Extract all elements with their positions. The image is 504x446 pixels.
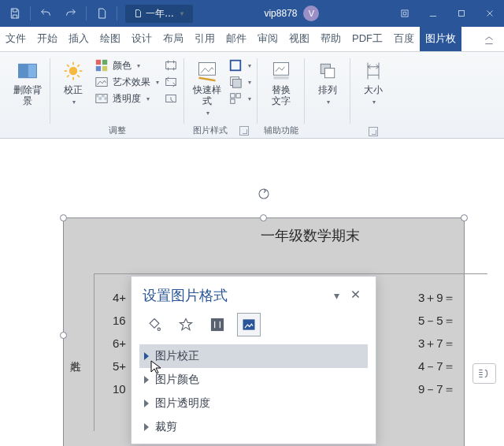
svg-rect-28 [325, 69, 335, 78]
math-left-column: 4+ 16 6+ 5+ 10 [113, 286, 126, 400]
pane-item-crop[interactable]: 裁剪 [139, 415, 368, 439]
document-tab[interactable]: 一年… ▼ [125, 5, 193, 23]
compress-pictures-button[interactable] [164, 58, 178, 72]
layout-options-button[interactable] [472, 363, 496, 384]
close-button[interactable] [476, 0, 504, 27]
pane-close-button[interactable] [346, 289, 365, 302]
tab-draw[interactable]: 绘图 [94, 26, 126, 51]
expand-icon [144, 376, 149, 384]
pane-tab-fill[interactable] [143, 313, 166, 336]
dialog-launcher-icon[interactable] [239, 126, 249, 136]
tab-mailings[interactable]: 邮件 [220, 26, 252, 51]
tab-baidu[interactable]: 百度 [388, 26, 420, 51]
document-name: 一年… [146, 7, 174, 20]
corrections-button[interactable]: 校正▾ [57, 58, 90, 107]
remove-background-button[interactable]: 删除背景 [11, 58, 44, 107]
change-picture-button[interactable] [164, 75, 178, 89]
picture-border-button[interactable]: ▾ [228, 58, 251, 72]
pane-tab-layout[interactable] [206, 313, 229, 336]
cursor-icon [150, 359, 162, 378]
maximize-button[interactable] [447, 0, 476, 27]
minimize-button[interactable] [419, 0, 447, 27]
tab-view[interactable]: 视图 [284, 26, 315, 51]
ribbon-group-accessibility: 替换文字 辅助功能 [258, 55, 305, 138]
tab-insert[interactable]: 插入 [63, 26, 94, 51]
ribbon-group-arrange: 排列▾ [305, 55, 350, 138]
user-avatar[interactable]: V [303, 6, 319, 21]
picture-effects-button[interactable]: ▾ [228, 75, 251, 89]
new-doc-button[interactable] [90, 2, 113, 24]
tab-layout[interactable]: 布局 [158, 26, 189, 51]
math-right-column: 3＋9＝ 5－5＝ 3＋7＝ 4－7＝ 9－7＝ [418, 286, 455, 400]
svg-rect-0 [402, 10, 408, 17]
svg-rect-31 [212, 319, 224, 331]
svg-rect-6 [102, 60, 107, 65]
quick-styles-button[interactable]: 快速样式▾ [191, 58, 224, 117]
tab-design[interactable]: 设计 [126, 26, 158, 51]
svg-rect-8 [102, 66, 107, 71]
resize-handle[interactable] [60, 332, 67, 339]
tab-references[interactable]: 引用 [189, 26, 220, 51]
tab-home[interactable]: 开始 [32, 26, 63, 51]
alt-text-button[interactable]: 替换文字 [265, 58, 298, 107]
format-picture-pane: 设置图片格式 ▾ 图片校正 图片颜色 图片透明度 裁剪 [131, 276, 376, 444]
svg-rect-12 [102, 95, 105, 98]
resize-handle[interactable] [60, 214, 67, 221]
transparency-button[interactable]: 透明度▾ [94, 91, 159, 106]
svg-rect-15 [166, 62, 176, 69]
expand-icon [144, 400, 149, 407]
save-button[interactable] [3, 2, 27, 24]
username-label: vip8878 [264, 8, 297, 19]
resize-handle[interactable] [260, 214, 267, 221]
pane-title: 设置图片格式 [143, 286, 327, 305]
svg-rect-19 [231, 61, 241, 71]
svg-point-29 [259, 189, 269, 199]
svg-point-4 [69, 67, 78, 76]
artistic-effects-button[interactable]: 艺术效果▾ [94, 75, 159, 89]
collapse-ribbon-button[interactable] [477, 29, 501, 51]
svg-rect-23 [236, 94, 240, 98]
redo-button[interactable] [59, 2, 83, 24]
expand-icon [144, 352, 149, 360]
picture-layout-button[interactable]: ▾ [228, 91, 251, 106]
ribbon: 删除背景 校正▾ 颜色▾ 艺术效果▾ 透明度▾ [0, 52, 504, 139]
tab-pdf[interactable]: PDF工 [346, 26, 388, 51]
ribbon-group-picture-styles: 快速样式▾ ▾ ▾ ▾ 图片样式 [184, 55, 258, 138]
ribbon-options-button[interactable] [391, 0, 419, 27]
worksheet-title: 一年级数学期末 [261, 226, 360, 245]
svg-rect-3 [19, 64, 28, 78]
tab-file[interactable]: 文件 [0, 26, 32, 51]
svg-rect-13 [98, 97, 102, 100]
quick-access-toolbar: 一年… ▼ [0, 2, 193, 24]
arrange-button[interactable]: 排列▾ [311, 58, 344, 107]
tab-review[interactable]: 审阅 [252, 26, 284, 51]
color-button[interactable]: 颜色▾ [94, 58, 159, 72]
pane-tab-effects[interactable] [174, 313, 198, 336]
pane-section-list: 图片校正 图片颜色 图片透明度 裁剪 [132, 344, 376, 439]
ribbon-group-adjust: 校正▾ 颜色▾ 艺术效果▾ 透明度▾ [50, 55, 184, 138]
svg-rect-24 [231, 99, 235, 103]
svg-rect-26 [273, 76, 288, 80]
pane-item-color[interactable]: 图片颜色 [139, 368, 368, 392]
expand-icon [144, 423, 149, 431]
pane-item-transparency[interactable]: 图片透明度 [139, 392, 368, 415]
tab-picture-format[interactable]: 图片枚 [420, 26, 461, 51]
svg-rect-1 [459, 11, 465, 17]
size-button[interactable]: 大小▾ [357, 58, 390, 107]
pane-tab-picture[interactable] [237, 313, 261, 336]
svg-rect-21 [232, 79, 241, 87]
reset-picture-button[interactable] [164, 91, 178, 106]
svg-rect-32 [243, 319, 255, 329]
svg-rect-25 [273, 63, 288, 76]
rotation-handle[interactable] [257, 187, 271, 201]
resize-handle[interactable] [461, 214, 468, 221]
undo-button[interactable] [34, 2, 57, 24]
svg-rect-11 [96, 95, 99, 98]
tab-help[interactable]: 帮助 [315, 26, 346, 51]
svg-rect-14 [105, 97, 108, 100]
pane-options-button[interactable]: ▾ [327, 289, 346, 302]
dialog-launcher-icon[interactable] [369, 127, 378, 136]
ribbon-group-background: 删除背景 [5, 55, 50, 138]
pane-item-corrections[interactable]: 图片校正 [139, 344, 368, 368]
svg-rect-7 [96, 66, 101, 71]
